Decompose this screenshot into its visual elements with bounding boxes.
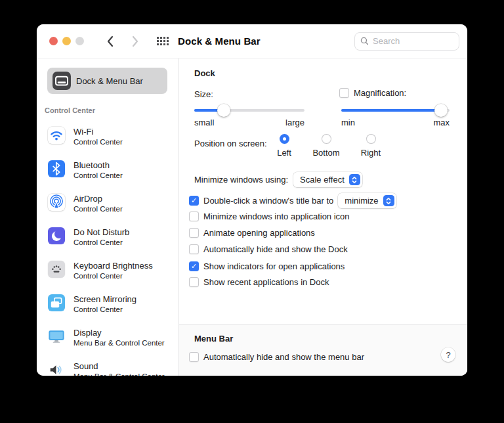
dropdown-value: minimize (345, 196, 378, 206)
double-click-dropdown[interactable]: minimize (338, 193, 396, 208)
sidebar-section-header: Control Center (45, 106, 95, 114)
size-min-label: small (194, 118, 214, 127)
sidebar-item-title: Bluetooth (74, 160, 123, 170)
size-label: Size: (194, 89, 213, 99)
position-option-label: Bottom (312, 148, 339, 158)
auto-hide-menu-bar-checkbox[interactable] (189, 352, 199, 362)
sidebar-item-subtitle: Control Center (74, 238, 129, 247)
titlebar: Dock & Menu Bar (37, 24, 467, 58)
magnification-min-label: min (341, 118, 355, 127)
close-button[interactable] (49, 37, 58, 45)
checkbox-label: Automatically hide and show the Dock (203, 244, 348, 254)
slider-thumb[interactable] (434, 104, 448, 117)
dropdown-arrows-icon (349, 174, 360, 185)
sidebar-selected-label: Dock & Menu Bar (76, 76, 143, 86)
size-max-label: large (278, 118, 304, 127)
sidebar-item-dock-menu-bar[interactable]: Dock & Menu Bar (47, 68, 167, 94)
slider-fill (341, 109, 441, 112)
display-icon (48, 328, 65, 345)
dropdown-arrows-icon (383, 195, 394, 206)
sidebar-item-subtitle: Control Center (74, 272, 153, 280)
bluetooth-icon (48, 160, 65, 177)
sidebar-item-bluetooth[interactable]: Bluetooth Control Center (48, 160, 178, 187)
sidebar-item-title: Screen Mirroring (74, 294, 136, 304)
position-radio-bottom[interactable] (322, 134, 331, 144)
sidebar-item-title: Keyboard Brightness (74, 261, 153, 271)
dock-settings-pane: Dock Size: Magnification: small (179, 58, 467, 376)
chevron-right-icon (131, 35, 139, 47)
desktop-background: Dock & Menu Bar (0, 0, 504, 423)
wifi-icon (48, 127, 65, 144)
position-option-label: Right (361, 148, 381, 158)
sidebar-item-keyboard-brightness[interactable]: Keyboard Brightness Control Center (48, 261, 178, 287)
window-controls (49, 37, 84, 45)
dock-section-header: Dock (194, 68, 215, 78)
sidebar-item-wifi[interactable]: Wi-Fi Control Center (48, 127, 178, 153)
sidebar-item-sound[interactable]: Sound Menu Bar & Control Center (48, 361, 178, 376)
checkbox-label: Show recent applications in Dock (203, 277, 329, 287)
sidebar-item-title: Do Not Disturb (74, 227, 129, 237)
auto-hide-dock-checkbox[interactable] (189, 244, 199, 254)
sidebar: Dock & Menu Bar Control Center (37, 58, 178, 376)
window-title: Dock & Menu Bar (178, 35, 261, 47)
sidebar-item-screen-mirroring[interactable]: Screen Mirroring Control Center (48, 294, 178, 321)
dropdown-value: Scale effect (300, 175, 345, 185)
magnification-checkbox[interactable] (339, 88, 349, 98)
position-radio-right[interactable] (366, 134, 376, 144)
sidebar-item-subtitle: Control Center (74, 305, 136, 314)
magnification-max-label: max (427, 118, 450, 127)
sidebar-item-title: AirDrop (74, 194, 123, 204)
help-button[interactable]: ? (441, 347, 455, 362)
sidebar-item-subtitle: Control Center (74, 138, 123, 146)
sidebar-item-airdrop[interactable]: AirDrop Control Center (48, 194, 178, 220)
minimize-effect-dropdown[interactable]: Scale effect (293, 172, 362, 187)
menu-bar-section-header: Menu Bar (194, 334, 233, 344)
search-field[interactable] (354, 32, 459, 51)
sidebar-item-title: Sound (74, 361, 165, 371)
size-slider[interactable] (194, 104, 304, 117)
sidebar-item-subtitle: Menu Bar & Control Center (74, 372, 165, 376)
chevron-left-icon (106, 35, 114, 47)
forward-button[interactable] (127, 33, 144, 50)
show-all-grid-icon[interactable] (157, 37, 169, 45)
position-radio-left[interactable] (280, 134, 289, 144)
back-button[interactable] (102, 33, 119, 50)
double-click-label: Double-click a window's title bar to (203, 196, 333, 206)
double-click-checkbox[interactable] (189, 196, 199, 206)
checkbox-label: Automatically hide and show the menu bar (203, 352, 364, 362)
sidebar-item-title: Wi-Fi (74, 127, 123, 137)
show-indicators-checkbox[interactable] (189, 261, 199, 271)
animate-opening-checkbox[interactable] (189, 228, 199, 238)
show-recent-checkbox[interactable] (189, 277, 199, 287)
menu-bar-section: Menu Bar Automatically hide and show the… (179, 324, 467, 376)
checkbox-label: Minimize windows into application icon (203, 212, 350, 221)
minimize-button[interactable] (62, 37, 71, 45)
sidebar-item-display[interactable]: Display Menu Bar & Control Center (48, 328, 178, 354)
system-preferences-window: Dock & Menu Bar (37, 24, 467, 376)
magnification-slider[interactable] (341, 104, 450, 117)
screen-mirroring-icon (48, 294, 65, 311)
airdrop-icon (48, 194, 65, 211)
sound-icon (48, 361, 65, 376)
moon-icon (48, 227, 65, 244)
sidebar-item-subtitle: Control Center (74, 171, 123, 180)
checkbox-label: Show indicators for open applications (203, 261, 345, 271)
keyboard-brightness-icon (48, 261, 65, 278)
search-icon (360, 36, 369, 46)
magnification-label: Magnification: (354, 88, 406, 98)
sidebar-list: Wi-Fi Control Center Bluetooth Contr (48, 127, 178, 376)
sidebar-item-subtitle: Control Center (74, 205, 123, 213)
checkbox-label: Animate opening applications (203, 228, 315, 238)
dock-menu-bar-icon (52, 72, 71, 90)
position-option-label: Left (277, 148, 291, 158)
minimize-into-icon-checkbox[interactable] (189, 212, 199, 221)
sidebar-item-subtitle: Menu Bar & Control Center (74, 339, 165, 347)
position-label: Position on screen: (194, 139, 267, 148)
search-input[interactable] (373, 36, 453, 46)
slider-thumb[interactable] (217, 104, 230, 117)
sidebar-item-do-not-disturb[interactable]: Do Not Disturb Control Center (48, 227, 178, 254)
minimize-effect-label: Minimize windows using: (194, 175, 288, 185)
sidebar-item-title: Display (74, 328, 165, 338)
zoom-button[interactable] (75, 37, 84, 45)
